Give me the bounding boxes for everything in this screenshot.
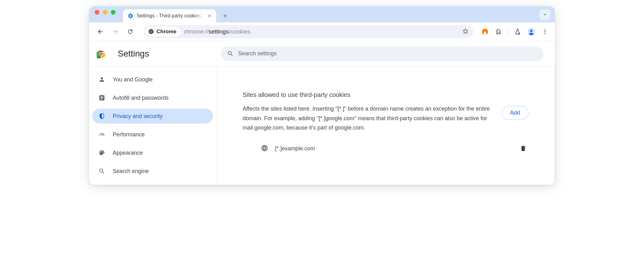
settings-header: Settings <box>89 41 555 66</box>
svg-point-3 <box>518 33 520 34</box>
sidebar-item-label: Performance <box>113 131 145 138</box>
svg-point-6 <box>544 29 545 30</box>
shield-icon <box>98 113 105 120</box>
kebab-menu-icon[interactable] <box>541 27 549 36</box>
svg-point-7 <box>544 31 545 32</box>
profile-avatar-icon[interactable] <box>527 27 536 36</box>
tab-list-button[interactable] <box>539 9 551 20</box>
panel-title: Sites allowed to use third-party cookies <box>243 91 528 98</box>
palette-icon <box>98 149 105 156</box>
close-window-button[interactable] <box>95 10 99 15</box>
forward-button[interactable] <box>110 26 121 37</box>
tab-title: Settings - Third-party cookies <box>137 13 204 19</box>
site-chip-label: Chrome <box>156 29 176 35</box>
browser-toolbar: Chrome chrome://settings/cookies <box>89 22 555 41</box>
toolbar-separator <box>508 28 508 35</box>
toolbar-actions <box>481 27 549 36</box>
clipboard-icon <box>98 94 105 101</box>
allowed-site-pattern: [*.]example.com <box>275 145 513 152</box>
sidebar-item-autofill[interactable]: Autofill and passwords <box>92 90 213 105</box>
trash-icon <box>520 145 527 152</box>
cookies-allow-panel: Sites allowed to use third-party cookies… <box>234 76 538 185</box>
maximize-window-button[interactable] <box>111 10 116 15</box>
extensions-puzzle-icon[interactable] <box>494 27 503 36</box>
url-text: chrome://settings/cookies <box>184 28 250 35</box>
sidebar-item-you-and-google[interactable]: You and Google <box>92 72 213 87</box>
new-tab-button[interactable] <box>220 11 230 21</box>
settings-body: You and Google Autofill and passwords Pr… <box>89 66 555 185</box>
site-chip[interactable]: Chrome <box>145 27 181 37</box>
settings-gear-icon <box>127 13 134 19</box>
page-title: Settings <box>118 49 149 59</box>
labs-flask-icon[interactable] <box>513 27 522 36</box>
sidebar-item-label: Appearance <box>113 150 143 156</box>
minimize-window-button[interactable] <box>103 10 107 15</box>
window-controls <box>95 6 116 22</box>
sidebar-item-label: Autofill and passwords <box>113 95 169 101</box>
address-bar[interactable]: Chrome chrome://settings/cookies <box>143 25 473 38</box>
back-button[interactable] <box>95 26 106 37</box>
svg-point-5 <box>530 30 532 32</box>
person-icon <box>98 76 105 83</box>
add-site-button[interactable]: Add <box>501 106 528 120</box>
tab-strip: Settings - Third-party cookies <box>89 6 555 22</box>
close-tab-icon[interactable] <box>207 13 212 19</box>
delete-site-button[interactable] <box>520 145 527 153</box>
svg-point-8 <box>544 33 545 34</box>
sidebar-item-label: You and Google <box>113 76 152 83</box>
svg-point-2 <box>150 31 152 32</box>
extension-openvpn-icon[interactable] <box>481 27 489 36</box>
sidebar-item-search-engine[interactable]: Search engine <box>92 164 213 179</box>
settings-sidebar: You and Google Autofill and passwords Pr… <box>89 66 216 185</box>
search-settings-input[interactable] <box>238 50 537 57</box>
bookmark-star-icon[interactable] <box>462 28 469 36</box>
reload-button[interactable] <box>125 26 136 37</box>
sidebar-item-label: Privacy and security <box>113 113 163 120</box>
browser-window: Settings - Third-party cookies Chrome <box>89 6 555 185</box>
allowed-site-row: [*.]example.com <box>243 143 528 155</box>
sidebar-item-label: Search engine <box>113 168 149 175</box>
globe-icon <box>261 144 268 153</box>
search-icon <box>227 50 234 57</box>
chrome-icon <box>148 29 154 34</box>
svg-rect-12 <box>97 56 100 58</box>
sidebar-item-appearance[interactable]: Appearance <box>92 145 213 160</box>
panel-description: Affects the sites listed here. Inserting… <box>243 104 492 133</box>
browser-tab[interactable]: Settings - Third-party cookies <box>123 9 216 22</box>
search-settings-field[interactable] <box>221 46 544 61</box>
sidebar-item-performance[interactable]: Performance <box>92 127 213 142</box>
search-icon <box>98 168 105 175</box>
speedometer-icon <box>98 131 105 138</box>
settings-content: Sites allowed to use third-party cookies… <box>216 66 555 185</box>
sidebar-item-privacy-security[interactable]: Privacy and security <box>92 109 213 124</box>
svg-point-13 <box>102 135 102 136</box>
chrome-logo-icon <box>97 49 106 58</box>
